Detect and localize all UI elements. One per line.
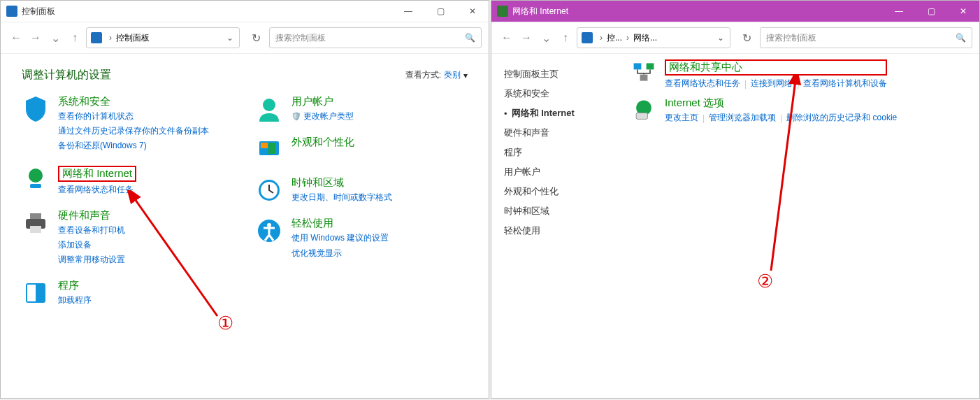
group-internet-options: Internet 选项 更改主页| 管理浏览器加载项| 删除浏览的历史记录和 c… xyxy=(631,97,972,124)
control-panel-window: 控制面板 — ▢ ✕ ← → ⌄ ↑ › 控制面板 ⌄ ↻ 搜索控制面板 🔍 调… xyxy=(0,0,489,399)
sidebar-item-clock[interactable]: 时钟和区域 xyxy=(504,205,617,217)
category-appearance: 外观和个性化 xyxy=(255,136,468,164)
toolbar: ← → ⌄ ↑ › 控制面板 ⌄ ↻ 搜索控制面板 🔍 xyxy=(1,22,489,54)
viewby-value[interactable]: 类别 xyxy=(444,69,461,81)
forward-button[interactable]: → xyxy=(518,29,535,46)
svg-rect-10 xyxy=(268,143,275,154)
category-title[interactable]: 轻松使用 xyxy=(291,217,389,230)
category-link[interactable]: 卸载程序 xyxy=(58,294,92,307)
category-link[interactable]: 添加设备 xyxy=(58,238,125,252)
forward-button[interactable]: → xyxy=(27,29,44,46)
group-link[interactable]: 删除浏览的历史记录和 cookie xyxy=(786,112,897,124)
category-title[interactable]: 网络和 Internet xyxy=(62,167,132,179)
group-link[interactable]: 连接到网络 xyxy=(751,78,793,90)
address-bar[interactable]: › 控... › 网络... ⌄ xyxy=(577,27,730,48)
category-link[interactable]: 查看网络状态和任务 xyxy=(58,183,136,197)
svg-point-7 xyxy=(263,99,275,111)
titlebar[interactable]: 控制面板 — ▢ ✕ xyxy=(1,1,489,22)
recent-dropdown[interactable]: ⌄ xyxy=(538,29,554,46)
sidebar-item-home[interactable]: 控制面板主页 xyxy=(504,68,617,80)
category-link[interactable]: 更改帐户类型 xyxy=(303,110,354,123)
svg-rect-6 xyxy=(27,285,36,301)
search-input[interactable]: 搜索控制面板 🔍 xyxy=(760,27,972,48)
app-icon xyxy=(497,6,508,17)
category-title[interactable]: 系统和安全 xyxy=(58,95,209,108)
annotation-number: ① xyxy=(217,313,233,334)
search-input[interactable]: 搜索控制面板 🔍 xyxy=(269,27,482,48)
minimize-button[interactable]: — xyxy=(392,1,424,22)
chevron-down-icon[interactable]: ⌄ xyxy=(226,33,233,43)
back-button[interactable]: ← xyxy=(8,29,24,46)
address-crumb[interactable]: 控制面板 xyxy=(116,32,150,44)
category-link[interactable]: 调整常用移动设置 xyxy=(58,253,125,266)
sidebar-item-ease[interactable]: 轻松使用 xyxy=(504,224,617,237)
address-icon xyxy=(91,32,102,43)
maximize-button[interactable]: ▢ xyxy=(915,1,947,22)
category-link[interactable]: 查看你的计算机状态 xyxy=(58,110,209,123)
category-ease-of-access: 轻松使用 使用 Windows 建议的设置 优化视觉显示 xyxy=(255,217,468,259)
monitor-icon xyxy=(255,136,283,164)
annotation-number: ② xyxy=(757,271,773,292)
sidebar-item-programs[interactable]: 程序 xyxy=(504,146,617,159)
network-internet-window: 网络和 Internet — ▢ ✕ ← → ⌄ ↑ › 控... › 网络..… xyxy=(491,0,980,399)
right-column: 用户帐户 🛡️更改帐户类型 外观和个性化 时钟和区域 更改日期、时间或数字格式 xyxy=(255,95,468,320)
group-title[interactable]: Internet 选项 xyxy=(665,97,897,110)
group-link[interactable]: 管理浏览器加载项 xyxy=(709,112,776,124)
category-network-internet: 网络和 Internet 查看网络状态和任务 xyxy=(22,166,234,197)
chevron-icon: › xyxy=(109,33,112,43)
viewby-label: 查看方式: xyxy=(405,69,441,81)
sidebar-item-users[interactable]: 用户帐户 xyxy=(504,166,617,178)
maximize-button[interactable]: ▢ xyxy=(424,1,456,22)
highlight-box: 网络和 Internet xyxy=(58,166,136,182)
refresh-button[interactable]: ↻ xyxy=(245,27,266,48)
group-link[interactable]: 更改主页 xyxy=(665,112,698,124)
content-area: 调整计算机的设置 查看方式: 类别 ▾ 系统和安全 查看你的计算机状态 通过文件… xyxy=(1,54,489,398)
category-hardware-sound: 硬件和声音 查看设备和打印机 添加设备 调整常用移动设置 xyxy=(22,209,234,267)
group-link[interactable]: 查看网络状态和任务 xyxy=(665,78,740,90)
printer-icon xyxy=(22,209,50,237)
view-by[interactable]: 查看方式: 类别 ▾ xyxy=(405,69,468,81)
svg-point-0 xyxy=(29,169,43,183)
main-area: 网络和共享中心 查看网络状态和任务| 连接到网络| 查看网络计算机和设备 Int… xyxy=(624,54,979,398)
chevron-down-icon[interactable]: ⌄ xyxy=(717,33,724,43)
group-link[interactable]: 查看网络计算机和设备 xyxy=(803,78,887,90)
close-button[interactable]: ✕ xyxy=(456,1,489,22)
category-user-accounts: 用户帐户 🛡️更改帐户类型 xyxy=(255,95,468,123)
svg-rect-1 xyxy=(30,184,41,188)
address-bar[interactable]: › 控制面板 ⌄ xyxy=(86,27,240,48)
titlebar[interactable]: 网络和 Internet — ▢ ✕ xyxy=(491,1,979,22)
sidebar-item-hardware[interactable]: 硬件和声音 xyxy=(504,127,617,139)
content-area: 控制面板主页 系统和安全 网络和 Internet 硬件和声音 程序 用户帐户 … xyxy=(491,54,979,398)
category-link[interactable]: 备份和还原(Windows 7) xyxy=(58,139,209,152)
clock-icon xyxy=(255,176,283,204)
category-title[interactable]: 硬件和声音 xyxy=(58,209,125,222)
category-link[interactable]: 优化视觉显示 xyxy=(291,247,389,260)
recent-dropdown[interactable]: ⌄ xyxy=(47,29,64,46)
sidebar-item-network[interactable]: 网络和 Internet xyxy=(512,107,575,120)
left-column: 系统和安全 查看你的计算机状态 通过文件历史记录保存你的文件备份副本 备份和还原… xyxy=(22,95,234,320)
svg-rect-17 xyxy=(647,63,654,69)
close-button[interactable]: ✕ xyxy=(947,1,979,22)
group-title[interactable]: 网络和共享中心 xyxy=(669,61,742,73)
up-button[interactable]: ↑ xyxy=(66,29,83,46)
up-button[interactable]: ↑ xyxy=(557,29,574,46)
category-title[interactable]: 用户帐户 xyxy=(291,95,354,108)
minimize-button[interactable]: — xyxy=(883,1,915,22)
sidebar-item-system[interactable]: 系统和安全 xyxy=(504,87,617,100)
search-icon: 🔍 xyxy=(465,33,475,43)
back-button[interactable]: ← xyxy=(498,29,515,46)
category-link[interactable]: 通过文件历史记录保存你的文件备份副本 xyxy=(58,124,209,138)
category-title[interactable]: 外观和个性化 xyxy=(291,136,354,149)
address-crumb[interactable]: 网络... xyxy=(633,32,657,44)
category-link[interactable]: 更改日期、时间或数字格式 xyxy=(291,191,392,204)
sidebar-item-appearance[interactable]: 外观和个性化 xyxy=(504,185,617,198)
category-title[interactable]: 程序 xyxy=(58,279,92,292)
svg-rect-16 xyxy=(634,63,642,69)
sidebar: 控制面板主页 系统和安全 网络和 Internet 硬件和声音 程序 用户帐户 … xyxy=(491,54,624,398)
address-crumb[interactable]: 控... xyxy=(607,32,622,44)
category-title[interactable]: 时钟和区域 xyxy=(291,176,392,190)
refresh-button[interactable]: ↻ xyxy=(736,27,757,48)
category-link[interactable]: 查看设备和打印机 xyxy=(58,224,125,237)
svg-rect-3 xyxy=(30,213,41,219)
category-link[interactable]: 使用 Windows 建议的设置 xyxy=(291,231,389,245)
